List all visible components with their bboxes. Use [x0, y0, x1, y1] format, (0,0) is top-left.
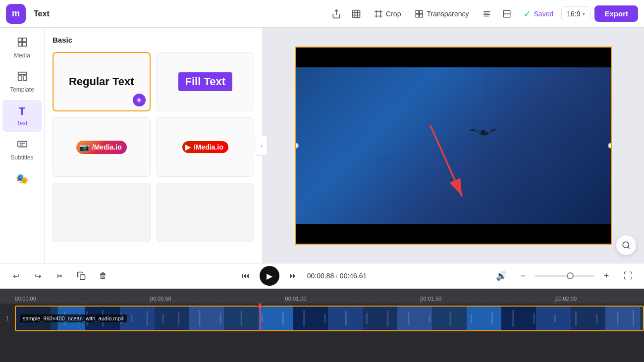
- crop-button[interactable]: Crop: [369, 6, 406, 21]
- zoom-slider[interactable]: [535, 275, 594, 277]
- subtitles-icon: [17, 139, 28, 152]
- sidebar-item-template[interactable]: Template: [2, 66, 42, 98]
- svg-rect-67: [162, 314, 163, 323]
- add-button[interactable]: +: [133, 94, 146, 106]
- track-number: 1: [0, 315, 15, 322]
- svg-rect-90: [633, 310, 634, 326]
- share-icon[interactable]: [327, 5, 345, 23]
- fill-text-card[interactable]: Fill Text: [157, 52, 255, 111]
- svg-rect-17: [18, 76, 21, 80]
- chevron-down-icon: ▾: [582, 10, 585, 17]
- svg-rect-66: [147, 311, 148, 326]
- extra-icons: [327, 5, 365, 23]
- extra-text-card-2[interactable]: [157, 183, 255, 242]
- svg-rect-84: [512, 310, 514, 326]
- logo-text: m: [12, 8, 20, 19]
- svg-rect-83: [491, 312, 493, 325]
- logo-button[interactable]: m: [6, 4, 26, 24]
- playhead[interactable]: [260, 306, 261, 331]
- youtube-icon: ▶: [185, 143, 191, 151]
- track-content[interactable]: sample_960×400_ocean_with_audio.mp4: [15, 306, 644, 331]
- youtube-badge: ▶ /Media.io: [182, 141, 228, 153]
- timeline-tracks: 1 sample_960×400_ocean_with_audio.mp4: [0, 304, 644, 362]
- instagram-badge: 📷 /Media.io: [76, 141, 127, 154]
- export-label: Export: [604, 9, 628, 18]
- volume-button[interactable]: 🔊: [493, 268, 509, 284]
- youtube-text: /Media.io: [194, 143, 223, 151]
- zoom-in-button[interactable]: +: [598, 268, 614, 284]
- svg-rect-72: [262, 315, 263, 322]
- svg-rect-85: [533, 313, 535, 324]
- layout-icon[interactable]: [498, 5, 516, 23]
- ruler-mark-0: 00:00.00: [15, 296, 36, 302]
- instagram-icon: 📷: [79, 143, 89, 152]
- skip-back-button[interactable]: ⏮: [238, 268, 254, 284]
- crop-label: Crop: [386, 10, 401, 18]
- text-grid: Regular Text + Fill Text 📷 /Media.io ▶ /…: [45, 48, 262, 246]
- svg-rect-4: [416, 14, 419, 17]
- svg-rect-15: [22, 43, 26, 46]
- svg-point-23: [482, 130, 485, 133]
- video-frame: ↻: [295, 47, 612, 245]
- svg-rect-1: [353, 10, 360, 17]
- svg-rect-19: [17, 142, 26, 147]
- sidebar-item-label: Media: [14, 52, 30, 59]
- svg-rect-81: [450, 311, 451, 326]
- fullscreen-button[interactable]: ⛶: [620, 268, 636, 284]
- cut-button[interactable]: ✂: [52, 268, 67, 284]
- video-black-top: [296, 48, 611, 67]
- bird-silhouette: [469, 122, 499, 142]
- text-icon: T: [19, 105, 25, 118]
- regular-text-card[interactable]: Regular Text +: [53, 52, 151, 111]
- ruler-mark-1: 00:00.50: [150, 296, 171, 302]
- delete-button[interactable]: 🗑: [95, 268, 111, 284]
- skip-forward-button[interactable]: ⏭: [285, 268, 301, 284]
- more-icons: [478, 5, 516, 23]
- left-sidebar: Media Template T Text: [0, 28, 45, 263]
- resize-icon[interactable]: [347, 5, 365, 23]
- copy-button[interactable]: [73, 268, 89, 284]
- current-time: 00:00.88 / 00:46.61: [307, 272, 367, 280]
- svg-point-24: [623, 242, 629, 248]
- svg-rect-14: [18, 43, 21, 46]
- redo-button[interactable]: ↪: [30, 268, 46, 284]
- svg-rect-78: [387, 310, 388, 326]
- sidebar-toggle[interactable]: ‹: [256, 136, 268, 155]
- aspect-ratio-button[interactable]: 16:9 ▾: [561, 6, 590, 21]
- main-area: Media Template T Text: [0, 28, 644, 263]
- panel-section-title: Basic: [45, 28, 262, 48]
- svg-rect-71: [241, 311, 242, 326]
- svg-rect-76: [345, 311, 347, 326]
- ruler-mark-4: 00:02.00: [555, 296, 577, 302]
- top-bar: m Text: [0, 0, 644, 28]
- svg-rect-75: [324, 314, 325, 323]
- canvas-info-button[interactable]: [616, 235, 636, 255]
- ruler-mark-2: 00:01.00: [285, 296, 307, 302]
- sidebar-item-text[interactable]: T Text: [2, 100, 42, 132]
- sidebar-item-label: Text: [16, 120, 27, 127]
- zoom-out-button[interactable]: −: [515, 268, 531, 284]
- youtube-text-card[interactable]: ▶ /Media.io: [157, 117, 255, 177]
- canvas-area: ‹: [263, 28, 644, 263]
- extra-text-card-1[interactable]: [53, 183, 151, 242]
- file-label: sample_960×400_ocean_with_audio.mp4: [20, 314, 127, 322]
- fill-text-label: Fill Text: [178, 72, 233, 91]
- sidebar-item-effects[interactable]: 🎭: [2, 168, 42, 190]
- play-button[interactable]: ▶: [260, 266, 279, 286]
- svg-rect-70: [219, 313, 221, 324]
- canvas-bg: ↻: [295, 47, 612, 245]
- undo-button[interactable]: ↩: [8, 268, 24, 284]
- video-content: [296, 67, 611, 224]
- sidebar-item-media[interactable]: Media: [2, 32, 42, 64]
- handle-right-center[interactable]: [608, 143, 612, 149]
- align-icon[interactable]: [478, 5, 496, 23]
- video-black-bottom: [296, 224, 611, 244]
- svg-rect-86: [554, 315, 556, 322]
- svg-rect-69: [199, 310, 200, 326]
- export-button[interactable]: Export: [594, 5, 638, 22]
- track-row-1: 1 sample_960×400_ocean_with_audio.mp4: [0, 304, 644, 333]
- sidebar-item-subtitles[interactable]: Subtitles: [2, 134, 42, 166]
- instagram-text-card[interactable]: 📷 /Media.io: [53, 117, 151, 177]
- video-clip[interactable]: sample_960×400_ocean_with_audio.mp4: [15, 306, 644, 331]
- transparency-button[interactable]: Transparency: [410, 6, 474, 21]
